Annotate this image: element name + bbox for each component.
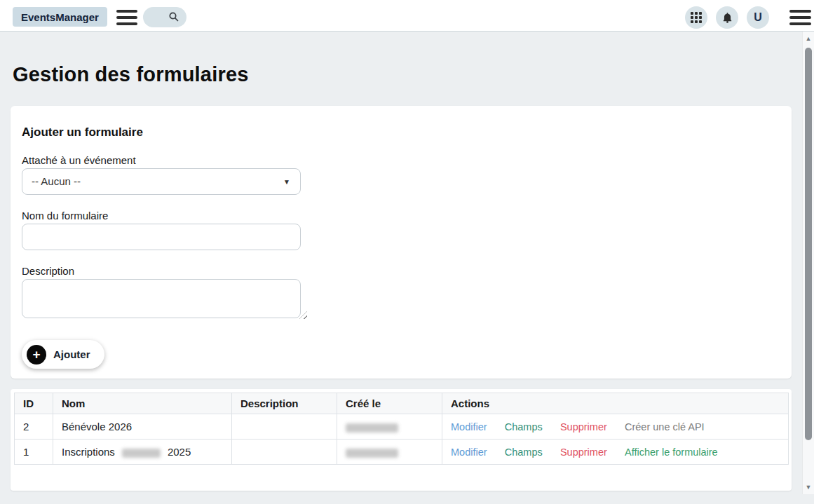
- forms-table-card: ID Nom Description Créé le Actions 2 Bén…: [11, 389, 792, 491]
- redacted-date: [346, 449, 398, 458]
- description-textarea[interactable]: [22, 279, 301, 318]
- form-name: Bénévole 2026: [62, 421, 132, 433]
- cell-id: 1: [15, 440, 53, 465]
- champs-link[interactable]: Champs: [505, 421, 543, 433]
- champs-link[interactable]: Champs: [505, 447, 543, 458]
- cell-nom: Inscriptions2025: [53, 440, 232, 465]
- add-form-card: Ajouter un formulaire Attaché à un événe…: [11, 106, 792, 379]
- event-select-label: Attaché à un événement: [22, 154, 780, 166]
- creer-cle-api-link[interactable]: Créer une clé API: [625, 421, 705, 433]
- header-actions: Actions: [442, 393, 789, 414]
- add-form-button[interactable]: + Ajouter: [22, 340, 104, 369]
- cell-nom: Bénévole 2026: [53, 414, 232, 440]
- event-select-value: -- Aucun --: [32, 175, 81, 187]
- scroll-down-arrow-icon[interactable]: ▼: [803, 482, 814, 493]
- form-name-suffix: 2025: [168, 446, 191, 458]
- cell-description: [232, 440, 337, 465]
- afficher-formulaire-link[interactable]: Afficher le formulaire: [625, 447, 718, 458]
- avatar-initial: U: [754, 11, 762, 24]
- form-name-prefix: Inscriptions: [62, 446, 115, 458]
- table-row: 1 Inscriptions2025 Modifier Champs Suppr…: [15, 440, 789, 465]
- add-button-label: Ajouter: [53, 348, 90, 360]
- grid-icon: [691, 12, 702, 23]
- redacted-name-part: [122, 449, 161, 458]
- header-nom: Nom: [53, 393, 232, 414]
- plus-icon: +: [27, 345, 46, 365]
- card-title: Ajouter un formulaire: [22, 125, 780, 139]
- cell-cree-le: [337, 440, 442, 465]
- burger-bar: [116, 10, 137, 13]
- table-header-row: ID Nom Description Créé le Actions: [15, 393, 789, 414]
- event-select[interactable]: -- Aucun -- ▼: [22, 168, 301, 195]
- menu-toggle-right[interactable]: [789, 10, 811, 25]
- scroll-up-arrow-icon[interactable]: ▲: [803, 33, 814, 44]
- header-cree-le: Créé le: [337, 393, 442, 414]
- user-avatar[interactable]: U: [747, 6, 769, 29]
- chevron-down-icon: ▼: [283, 169, 290, 196]
- cell-cree-le: [337, 414, 442, 440]
- burger-bar: [789, 16, 811, 19]
- vertical-scrollbar[interactable]: ▲ ▼: [802, 32, 814, 494]
- brand-button[interactable]: EventsManager: [13, 7, 107, 27]
- form-name-input[interactable]: [22, 224, 301, 250]
- bell-icon: [721, 12, 733, 24]
- page-title: Gestion des formulaires: [13, 63, 249, 86]
- search-input[interactable]: [143, 7, 186, 27]
- supprimer-link[interactable]: Supprimer: [560, 447, 607, 458]
- burger-bar: [789, 10, 811, 13]
- form-name-label: Nom du formulaire: [22, 210, 780, 222]
- notifications-button[interactable]: [716, 6, 738, 29]
- header-description: Description: [232, 393, 337, 414]
- cell-actions: Modifier Champs Supprimer Créer une clé …: [442, 414, 789, 440]
- modifier-link[interactable]: Modifier: [451, 447, 487, 458]
- scrollbar-thumb[interactable]: [805, 48, 812, 440]
- forms-table: ID Nom Description Créé le Actions 2 Bén…: [14, 393, 789, 465]
- burger-bar: [116, 16, 137, 19]
- modifier-link[interactable]: Modifier: [451, 421, 487, 433]
- menu-toggle-left[interactable]: [116, 10, 137, 25]
- supprimer-link[interactable]: Supprimer: [560, 421, 607, 433]
- redacted-date: [346, 423, 398, 433]
- cell-id: 2: [15, 414, 53, 440]
- burger-bar: [116, 22, 137, 25]
- cell-description: [232, 414, 337, 440]
- table-row: 2 Bénévole 2026 Modifier Champs Supprime…: [15, 414, 789, 440]
- description-label: Description: [22, 265, 780, 277]
- burger-bar: [789, 22, 811, 25]
- header-id: ID: [15, 393, 53, 414]
- top-navbar: EventsManager U: [0, 0, 814, 32]
- cell-actions: Modifier Champs Supprimer Afficher le fo…: [442, 440, 789, 465]
- apps-grid-button[interactable]: [685, 6, 707, 29]
